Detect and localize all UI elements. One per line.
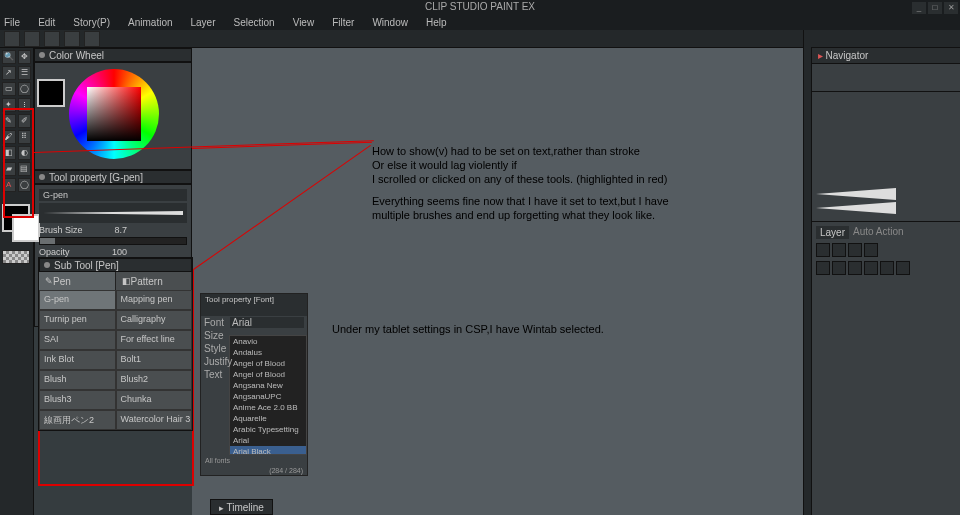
sub-item[interactable]: Calligraphy xyxy=(116,310,193,330)
sub-item[interactable]: Watercolor Hair 3 Stand xyxy=(116,410,193,430)
style-label: Style xyxy=(204,343,230,354)
font-option[interactable]: Angsana New xyxy=(230,380,306,391)
color-wheel-header[interactable]: Color Wheel xyxy=(34,48,192,62)
undo-icon[interactable] xyxy=(64,31,80,47)
opacity-value[interactable]: 100 xyxy=(103,247,127,257)
sub-item[interactable]: SAI xyxy=(39,330,116,350)
auto-action-tab[interactable]: Auto Action xyxy=(853,226,904,239)
font-option[interactable]: Angel of Blood xyxy=(230,369,306,380)
layer-move-tool-icon[interactable]: ☰ xyxy=(18,66,32,80)
sub-item[interactable]: Ink Blot xyxy=(39,350,116,370)
menu-view[interactable]: View xyxy=(293,17,315,28)
stroke-preview xyxy=(39,203,187,223)
font-option[interactable]: Anavio xyxy=(230,336,306,347)
menu-help[interactable]: Help xyxy=(426,17,447,28)
annotation-line-4: Everything seems fine now that I have it… xyxy=(372,194,669,208)
all-fonts-label: All fonts xyxy=(205,457,230,464)
font-option[interactable]: Anime Ace 2.0 BB xyxy=(230,402,306,413)
font-panel-header[interactable]: Tool property [Font] xyxy=(201,294,307,306)
font-count: (284 / 284) xyxy=(201,466,307,475)
marquee-tool-icon[interactable]: ▭ xyxy=(2,82,16,96)
color-wheel-square[interactable] xyxy=(87,87,141,141)
font-option[interactable]: Angel of Blood xyxy=(230,358,306,369)
merge-layer-icon[interactable] xyxy=(864,261,878,275)
checker-swatch[interactable] xyxy=(2,250,30,264)
sub-item[interactable]: Blush xyxy=(39,370,116,390)
sub-tool-panel: Sub Tool [Pen] ✎ Pen ◧ Pattern G-pen Map… xyxy=(38,257,193,431)
open-icon[interactable] xyxy=(24,31,40,47)
layer-ruler-icon[interactable] xyxy=(896,261,910,275)
sub-tool-header[interactable]: Sub Tool [Pen] xyxy=(39,258,192,272)
menu-window[interactable]: Window xyxy=(372,17,408,28)
layer-clip-icon[interactable] xyxy=(864,243,878,257)
menu-story[interactable]: Story(P) xyxy=(73,17,110,28)
save-icon[interactable] xyxy=(44,31,60,47)
size-label: Size xyxy=(204,330,230,341)
tool-property-label: Tool property [G-pen] xyxy=(49,172,143,183)
menu-selection[interactable]: Selection xyxy=(234,17,275,28)
maximize-button[interactable]: □ xyxy=(928,2,942,14)
magnify-tool-icon[interactable]: 🔍 xyxy=(2,50,16,64)
color-wheel-panel[interactable] xyxy=(34,62,192,170)
sub-item[interactable]: 線画用ペン2 xyxy=(39,410,116,430)
font-option[interactable]: AngsanaUPC xyxy=(230,391,306,402)
brush-shape-preview xyxy=(812,182,960,222)
lasso-tool-icon[interactable]: ◯ xyxy=(18,82,32,96)
sub-item[interactable]: G-pen xyxy=(39,290,116,310)
new-icon[interactable] xyxy=(4,31,20,47)
new-layer-icon[interactable] xyxy=(816,261,830,275)
font-option-highlighted[interactable]: Arial Black xyxy=(230,446,306,455)
sub-item[interactable]: Blush2 xyxy=(116,370,193,390)
font-option[interactable]: Andalus xyxy=(230,347,306,358)
delete-layer-icon[interactable] xyxy=(848,261,862,275)
brush-shape-1 xyxy=(816,188,896,200)
font-label: Font xyxy=(204,317,230,328)
layer-tab[interactable]: Layer xyxy=(816,226,849,239)
font-option[interactable]: Arabic Typesetting xyxy=(230,424,306,435)
annotation-line-5: multiple brushes and end up forgetting w… xyxy=(372,208,655,222)
layer-mode-icon[interactable] xyxy=(816,243,830,257)
toolbar xyxy=(0,30,960,48)
annotation-line-3: I scrolled or clicked on any of these to… xyxy=(372,172,667,186)
font-option[interactable]: Arial xyxy=(230,435,306,446)
navigator-label: Navigator xyxy=(826,50,869,61)
tool-property-header[interactable]: Tool property [G-pen] xyxy=(34,170,192,184)
font-value[interactable]: Arial xyxy=(230,317,304,328)
brush-size-value[interactable]: 8.7 xyxy=(103,225,127,235)
move-tool-icon[interactable]: ✥ xyxy=(18,50,32,64)
layer-mask-icon[interactable] xyxy=(880,261,894,275)
layer-lock-icon[interactable] xyxy=(848,243,862,257)
background-color-swatch[interactable] xyxy=(12,214,40,242)
sub-item[interactable]: Chunka xyxy=(116,390,193,410)
menu-edit[interactable]: Edit xyxy=(38,17,55,28)
annotation-line-1: How to show(v) had to be set on text,rat… xyxy=(372,144,640,158)
sub-tab-pattern[interactable]: ◧ Pattern xyxy=(116,272,193,290)
sub-item[interactable]: For effect line xyxy=(116,330,193,350)
sub-item[interactable]: Turnip pen xyxy=(39,310,116,330)
menu-layer[interactable]: Layer xyxy=(191,17,216,28)
navigator-tab[interactable]: ▸ Navigator xyxy=(812,48,960,64)
layer-opacity-icon[interactable] xyxy=(832,243,846,257)
font-option[interactable]: Aquarelle xyxy=(230,413,306,424)
color-swatch[interactable] xyxy=(37,79,65,107)
menu-animation[interactable]: Animation xyxy=(128,17,172,28)
minimize-button[interactable]: _ xyxy=(912,2,926,14)
font-property-panel: Tool property [Font] FontArial Size Styl… xyxy=(200,293,308,476)
sub-item[interactable]: Mapping pen xyxy=(116,290,193,310)
new-folder-icon[interactable] xyxy=(832,261,846,275)
operation-tool-icon[interactable]: ↗ xyxy=(2,66,16,80)
timeline-label: Timeline xyxy=(227,502,264,513)
font-dropdown-list[interactable]: Anavio Andalus Angel of Blood Angel of B… xyxy=(229,335,307,455)
titlebar: CLIP STUDIO PAINT EX xyxy=(0,0,960,14)
close-button[interactable]: ✕ xyxy=(944,2,958,14)
redo-icon[interactable] xyxy=(84,31,100,47)
sub-item[interactable]: Bolt1 xyxy=(116,350,193,370)
sub-item[interactable]: Blush3 xyxy=(39,390,116,410)
navigator-preview[interactable] xyxy=(812,64,960,92)
sub-tab-pen[interactable]: ✎ Pen xyxy=(39,272,116,290)
menu-filter[interactable]: Filter xyxy=(332,17,354,28)
color-wheel-label: Color Wheel xyxy=(49,50,104,61)
timeline-tab[interactable]: ▸ Timeline xyxy=(210,499,273,515)
brush-size-slider[interactable] xyxy=(39,237,187,245)
menu-file[interactable]: File xyxy=(4,17,20,28)
